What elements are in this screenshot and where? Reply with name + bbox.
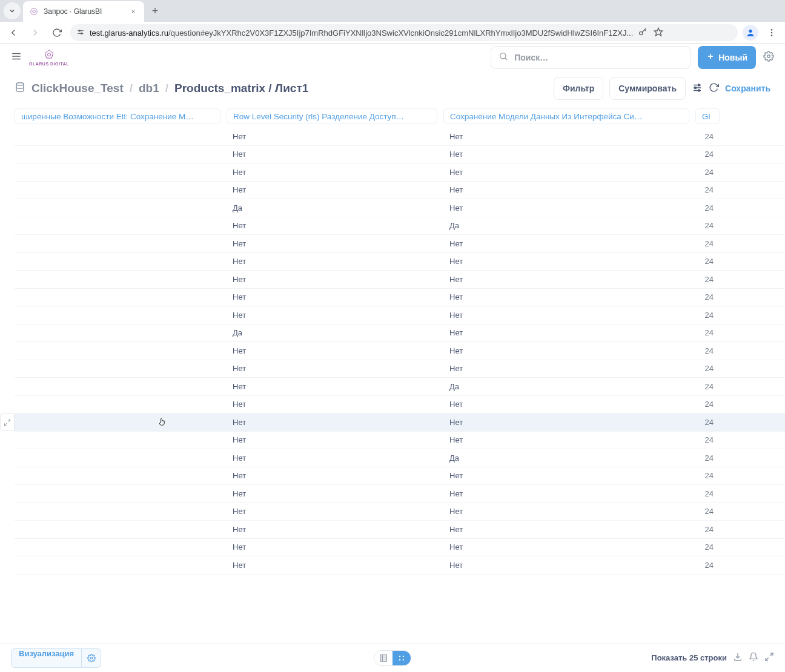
table-cell: Нет (227, 150, 437, 159)
table-cell: Нет (227, 346, 437, 355)
table-row[interactable]: НетНет24 (15, 271, 785, 289)
table-cell: 24 (695, 489, 720, 498)
table-cell: Нет (443, 418, 689, 427)
visualization-button[interactable]: Визуализация (11, 648, 82, 668)
table-row[interactable]: НетНет24 (15, 503, 785, 521)
visualization-settings-button[interactable] (82, 648, 101, 668)
menu-toggle-button[interactable] (11, 51, 22, 64)
table-cell: Нет (443, 311, 689, 320)
svg-point-7 (81, 33, 82, 34)
column-header[interactable]: Gl (695, 108, 720, 124)
settings-button[interactable] (763, 51, 774, 64)
expand-row-button[interactable] (0, 413, 15, 431)
table-row[interactable]: НетНет24 (15, 128, 785, 146)
table-cell: Нет (227, 311, 437, 320)
table-cell: 24 (695, 221, 720, 230)
table-cell: 24 (695, 525, 720, 534)
table-cell: 24 (695, 275, 720, 284)
table-row[interactable]: НетНет24 (15, 163, 785, 182)
tab-search-button[interactable] (4, 2, 21, 19)
table-cell: Нет (443, 346, 689, 355)
table-cell: 24 (695, 203, 720, 212)
table-row[interactable]: НетДа24 (15, 449, 785, 467)
summarize-button[interactable]: Суммировать (609, 77, 686, 100)
table-row[interactable]: НетНет24 (15, 235, 785, 253)
password-key-icon[interactable] (638, 27, 648, 39)
search-box[interactable] (491, 46, 691, 69)
download-button[interactable] (733, 652, 743, 664)
row-count-button[interactable]: Показать 25 строки (651, 653, 727, 662)
table-cell: Нет (227, 221, 437, 230)
table-row[interactable]: НетНет24 (15, 253, 785, 271)
alert-bell-button[interactable] (749, 652, 758, 664)
fullscreen-button[interactable] (764, 652, 774, 664)
table-cell: Да (443, 453, 689, 463)
table-row[interactable]: НетНет24 (15, 146, 785, 164)
breadcrumb-table[interactable]: Products_matrix / Лист1 (174, 82, 308, 95)
bookmark-star-icon[interactable] (654, 27, 663, 39)
column-header[interactable]: Row Level Security (rls) Разделение Дост… (227, 108, 437, 124)
table-row[interactable]: НетДа24 (15, 217, 785, 236)
table-row[interactable]: НетНет24 (15, 360, 785, 378)
svg-line-43 (770, 653, 773, 656)
column-header[interactable]: ширенные Возможности Etl: Сохранение М… (15, 108, 220, 124)
tab-title: Запрос · GlarusBI (44, 7, 124, 16)
table-cell: Нет (443, 168, 689, 177)
table-cell: Нет (227, 400, 437, 409)
refresh-button[interactable] (709, 82, 719, 94)
search-input[interactable] (514, 53, 683, 62)
app-logo[interactable]: GLARUS DIGITAL (29, 49, 69, 66)
new-tab-button[interactable]: + (147, 2, 164, 19)
table-row[interactable]: НетНет24 (15, 342, 785, 360)
table-row[interactable]: НетНет24 (15, 539, 785, 557)
svg-line-21 (505, 58, 507, 60)
close-icon[interactable] (128, 7, 138, 16)
url-input[interactable]: test.glarus-analytics.ru/question#eyJkYX… (70, 24, 738, 41)
search-icon (498, 51, 508, 63)
table-row[interactable]: НетНет24 (15, 306, 785, 324)
table-row[interactable]: НетНет24 (15, 556, 785, 575)
breadcrumb-database[interactable]: ClickHouse_Test (31, 82, 124, 95)
site-settings-icon[interactable] (76, 28, 85, 38)
table-row[interactable]: НетДа24 (15, 378, 785, 396)
table-cell: Нет (227, 418, 437, 427)
new-button-label: Новый (718, 53, 747, 62)
back-button[interactable] (5, 24, 22, 41)
svg-point-0 (31, 8, 38, 15)
table-row[interactable]: НетНет24 (15, 413, 785, 432)
svg-line-33 (8, 420, 10, 422)
table-cell: Нет (227, 542, 437, 552)
new-button[interactable]: Новый (698, 46, 756, 69)
table-cell: Да (443, 221, 689, 230)
reload-button[interactable] (48, 24, 65, 41)
table-row[interactable]: НетНет24 (15, 182, 785, 200)
view-mode-detail[interactable] (392, 651, 411, 665)
profile-button[interactable] (743, 25, 758, 41)
table-cell: Нет (443, 525, 689, 534)
svg-point-39 (399, 655, 400, 656)
table-row[interactable]: НетНет24 (15, 396, 785, 414)
table-cell: Нет (443, 275, 689, 284)
forward-button[interactable] (27, 24, 44, 41)
table-row[interactable]: ДаНет24 (15, 324, 785, 343)
table-cell: 24 (695, 435, 720, 444)
table-cell: Нет (443, 561, 689, 570)
table-row[interactable]: НетНет24 (15, 485, 785, 503)
editor-settings-button[interactable] (692, 82, 703, 95)
chrome-menu-button[interactable] (763, 24, 780, 41)
table-row[interactable]: НетНет24 (15, 289, 785, 307)
column-header[interactable]: Сохранение Модели Данных Из Интерфейса С… (443, 108, 689, 124)
filter-button[interactable]: Фильтр (554, 77, 603, 100)
table-cell: Нет (443, 239, 689, 248)
table-row[interactable]: ДаНет24 (15, 199, 785, 217)
table-row[interactable]: НетНет24 (15, 432, 785, 450)
breadcrumb-schema[interactable]: db1 (139, 82, 159, 95)
table-cell: 24 (695, 400, 720, 409)
browser-tab[interactable]: Запрос · GlarusBI (23, 1, 144, 22)
table-row[interactable]: НетНет24 (15, 467, 785, 486)
view-mode-table[interactable] (374, 651, 392, 665)
table-row[interactable]: НетНет24 (15, 521, 785, 539)
save-button[interactable]: Сохранить (725, 84, 770, 93)
table-cell: 24 (695, 292, 720, 301)
table-cell: Нет (443, 489, 689, 498)
